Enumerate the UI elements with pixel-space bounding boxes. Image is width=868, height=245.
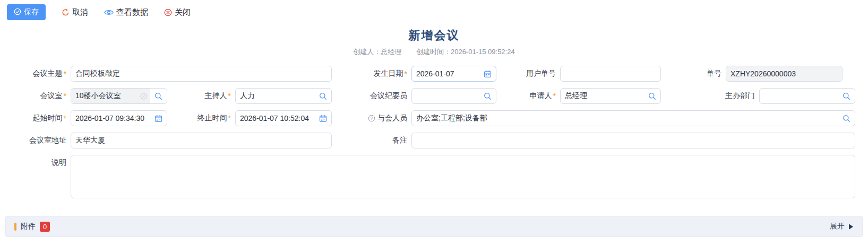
start-time-field xyxy=(71,110,167,126)
minutes-taker-field xyxy=(411,88,496,104)
svg-text:?: ? xyxy=(371,116,373,121)
attachments-label: 附件 xyxy=(21,222,36,231)
magnifier-icon[interactable] xyxy=(648,92,656,100)
creator-value: 总经理 xyxy=(381,48,401,56)
applicant-label: 申请人* xyxy=(496,88,560,104)
meeting-form: 会议主题* 发生日期* 用户单号 单号 会议室* xyxy=(0,66,868,198)
minutes-taker-input[interactable] xyxy=(416,89,480,103)
page-header: 新增会议 创建人：总经理 创建时间：2026-01-15 09:52:24 xyxy=(0,28,868,57)
created-time-info: 创建时间：2026-01-15 09:52:24 xyxy=(416,48,515,56)
remarks-field xyxy=(411,133,855,148)
magnifier-icon[interactable] xyxy=(843,115,850,122)
order-no-input xyxy=(731,66,838,81)
calendar-icon[interactable] xyxy=(484,70,492,78)
start-time-input[interactable] xyxy=(75,111,151,126)
eye-icon xyxy=(104,9,114,16)
applicant-input[interactable] xyxy=(565,89,645,103)
organizing-dept-label: 主办部门 xyxy=(661,88,759,104)
section-marker-icon xyxy=(14,223,16,231)
page-subtitle: 创建人：总经理 创建时间：2026-01-15 09:52:24 xyxy=(0,47,868,57)
form-row-3: 起始时间* 终止时间* ? 与会人员 xyxy=(0,110,868,126)
attendees-input[interactable] xyxy=(416,111,839,126)
x-circle-icon xyxy=(164,8,172,16)
created-time-label: 创建时间： xyxy=(416,48,451,56)
form-row-2: 会议室* 主持人* 会议纪要员 申请人* xyxy=(0,88,868,104)
view-data-button-label: 查看数据 xyxy=(116,7,148,18)
occur-date-field xyxy=(411,66,496,82)
creator-info: 创建人：总经理 xyxy=(353,48,401,56)
end-time-label: 终止时间* xyxy=(167,110,235,126)
created-time-value: 2026-01-15 09:52:24 xyxy=(451,48,515,56)
host-input[interactable] xyxy=(240,89,316,103)
remarks-input[interactable] xyxy=(416,133,850,148)
start-time-label: 起始时间* xyxy=(0,110,71,126)
magnifier-icon[interactable] xyxy=(484,92,492,100)
occur-date-label: 发生日期* xyxy=(332,66,411,82)
save-button-label: 保存 xyxy=(24,7,39,17)
clear-circle-icon[interactable] xyxy=(140,93,147,100)
undo-icon xyxy=(62,8,70,16)
expand-button[interactable]: 展开 xyxy=(830,222,854,231)
save-button[interactable]: 保存 xyxy=(7,4,46,20)
meeting-subject-label: 会议主题* xyxy=(0,66,71,82)
end-time-field xyxy=(235,110,332,126)
meeting-subject-input[interactable] xyxy=(75,66,327,81)
organizing-dept-input[interactable] xyxy=(764,89,839,103)
description-textarea[interactable] xyxy=(71,155,855,198)
question-circle-icon[interactable]: ? xyxy=(368,115,375,122)
toolbar: 保存 取消 查看数据 关闭 xyxy=(0,0,868,24)
attendees-label: ? 与会人员 xyxy=(332,110,411,126)
creator-label: 创建人： xyxy=(353,48,381,56)
calendar-icon[interactable] xyxy=(319,115,327,122)
host-label: 主持人* xyxy=(167,88,235,104)
cancel-button[interactable]: 取消 xyxy=(62,7,88,18)
room-address-field xyxy=(71,133,332,148)
order-no-label: 单号 xyxy=(661,66,726,82)
magnifier-icon[interactable] xyxy=(843,92,850,100)
form-row-4: 会议室地址 备注 xyxy=(0,133,868,148)
meeting-room-value-zone xyxy=(71,89,150,103)
room-address-label: 会议室地址 xyxy=(0,133,71,148)
meeting-room-label: 会议室* xyxy=(0,88,71,104)
meeting-subject-field xyxy=(71,66,332,82)
required-mark: * xyxy=(553,92,556,100)
order-no-field xyxy=(726,66,843,82)
required-mark: * xyxy=(405,69,407,78)
required-mark: * xyxy=(228,114,231,122)
form-row-5: 说明 xyxy=(0,155,868,198)
applicant-field xyxy=(560,88,661,104)
minutes-taker-label: 会议纪要员 xyxy=(332,88,411,104)
end-time-input[interactable] xyxy=(240,111,316,126)
view-data-button[interactable]: 查看数据 xyxy=(104,7,148,18)
check-circle-icon xyxy=(14,8,21,17)
remarks-label: 备注 xyxy=(332,133,411,148)
triangle-right-icon xyxy=(848,223,854,230)
host-field xyxy=(235,88,332,104)
description-label: 说明 xyxy=(0,155,71,168)
attachments-bar[interactable]: 附件 0 展开 xyxy=(5,216,863,237)
cancel-button-label: 取消 xyxy=(72,7,88,18)
required-mark: * xyxy=(228,92,231,100)
magnifier-icon[interactable] xyxy=(150,92,167,100)
user-order-no-field xyxy=(560,66,661,82)
calendar-icon[interactable] xyxy=(154,115,162,122)
user-order-no-input[interactable] xyxy=(565,66,656,81)
meeting-room-field xyxy=(71,88,167,104)
magnifier-icon[interactable] xyxy=(319,92,327,100)
required-mark: * xyxy=(64,114,66,122)
attachments-count-badge: 0 xyxy=(40,222,50,232)
close-button-label: 关闭 xyxy=(175,7,191,18)
organizing-dept-field xyxy=(759,88,855,104)
close-button[interactable]: 关闭 xyxy=(164,7,191,18)
page-title: 新增会议 xyxy=(0,28,868,43)
required-mark: * xyxy=(64,69,66,78)
occur-date-input[interactable] xyxy=(416,66,480,81)
expand-label: 展开 xyxy=(830,222,845,231)
form-row-1: 会议主题* 发生日期* 用户单号 单号 xyxy=(0,66,868,82)
required-mark: * xyxy=(64,92,66,100)
room-address-input[interactable] xyxy=(75,133,327,148)
user-order-no-label: 用户单号 xyxy=(496,66,560,82)
meeting-room-input[interactable] xyxy=(75,89,140,103)
attendees-field xyxy=(411,110,855,126)
